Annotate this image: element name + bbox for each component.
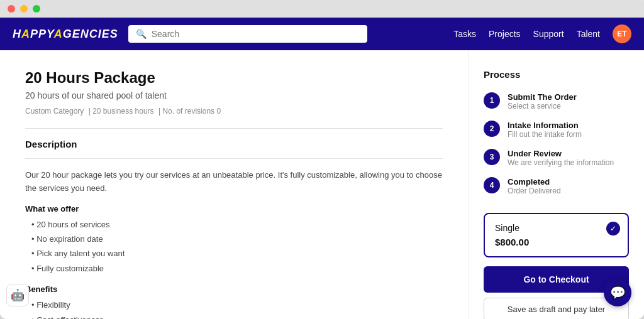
step-desc-1: Select a service [508, 102, 577, 111]
window: HaPPyAGENCIES 🔍 Tasks Projects Support T… [0, 0, 644, 319]
page-title: 20 Hours Package [25, 69, 443, 87]
divider-2 [25, 158, 443, 159]
step-info-1: Submit The Order Select a service [508, 92, 577, 111]
maximize-button[interactable] [33, 5, 40, 13]
step-desc-2: Fill out the intake form [508, 130, 582, 139]
benefits-title: Benefits [25, 284, 443, 294]
benefits-list: Flexibility Cost-effectiveness Convenien… [25, 298, 443, 319]
minimize-button[interactable] [20, 5, 28, 13]
list-item: Cost-effectiveness [31, 313, 443, 319]
step-circle-1: 1 [484, 92, 500, 109]
nav-links: Tasks Projects Support Talent ET [453, 24, 631, 43]
package-name: Single [495, 223, 618, 233]
logo: HaPPyAGENCIES [13, 28, 118, 41]
check-icon: ✓ [606, 222, 620, 235]
chatbot-button[interactable]: 💬 [604, 279, 631, 306]
benefits-section: Benefits Flexibility Cost-effectiveness … [25, 284, 443, 319]
what-we-offer-list: 20 hours of services No expiration date … [25, 217, 443, 276]
nav-tasks[interactable]: Tasks [453, 29, 476, 39]
main-content: 20 Hours Package 20 hours of our shared … [0, 50, 644, 319]
meta-category: Custom Category [25, 107, 84, 116]
list-item: No expiration date [31, 232, 443, 246]
meta-revisions: No. of revisions 0 [162, 107, 221, 116]
list-item: 20 hours of services [31, 217, 443, 232]
bot-icon[interactable]: 🤖 [6, 284, 29, 306]
list-item: Pick any talent you want [31, 246, 443, 261]
what-we-offer-title: What we offer [25, 204, 443, 214]
navbar: HaPPyAGENCIES 🔍 Tasks Projects Support T… [0, 18, 644, 50]
search-input[interactable] [152, 29, 360, 39]
page-subtitle: 20 hours of our shared pool of talent [25, 90, 443, 100]
package-price: $800.00 [495, 237, 618, 247]
nav-support[interactable]: Support [533, 29, 564, 39]
chat-icon: 💬 [610, 285, 626, 300]
step-info-2: Intake Information Fill out the intake f… [508, 121, 582, 139]
list-item: Flexibility [31, 298, 443, 312]
process-title: Process [484, 69, 629, 80]
search-bar[interactable]: 🔍 [128, 25, 367, 43]
avatar[interactable]: ET [613, 24, 631, 43]
step-1: 1 Submit The Order Select a service [484, 92, 629, 111]
step-desc-3: We are verifying the information [508, 158, 614, 167]
nav-talent[interactable]: Talent [577, 29, 600, 39]
step-info-3: Under Review We are verifying the inform… [508, 149, 614, 167]
step-desc-4: Order Delivered [508, 187, 561, 195]
close-button[interactable] [8, 5, 15, 13]
step-circle-3: 3 [484, 149, 500, 165]
step-2: 2 Intake Information Fill out the intake… [484, 121, 629, 139]
step-name-1: Submit The Order [508, 92, 577, 102]
meta-info: Custom Category | 20 business hours | No… [25, 107, 443, 116]
step-3: 3 Under Review We are verifying the info… [484, 149, 629, 167]
description-heading: Description [25, 139, 443, 149]
step-name-2: Intake Information [508, 121, 582, 130]
package-card[interactable]: ✓ Single $800.00 [484, 213, 629, 257]
nav-projects[interactable]: Projects [489, 29, 521, 39]
what-we-offer-section: What we offer 20 hours of services No ex… [25, 204, 443, 276]
list-item: Fully customizable [31, 261, 443, 276]
step-4: 4 Completed Order Delivered [484, 177, 629, 195]
process-steps: 1 Submit The Order Select a service 2 In… [484, 92, 629, 195]
step-circle-4: 4 [484, 177, 500, 193]
step-circle-2: 2 [484, 121, 500, 137]
meta-hours: 20 business hours [92, 107, 153, 116]
divider-1 [25, 128, 443, 129]
step-name-4: Completed [508, 177, 561, 187]
title-bar [0, 0, 644, 18]
left-panel: 20 Hours Package 20 hours of our shared … [0, 50, 468, 319]
step-info-4: Completed Order Delivered [508, 177, 561, 195]
description-body: Our 20 hour package lets you try our ser… [25, 169, 443, 195]
step-name-3: Under Review [508, 149, 614, 158]
search-icon: 🔍 [136, 29, 147, 39]
